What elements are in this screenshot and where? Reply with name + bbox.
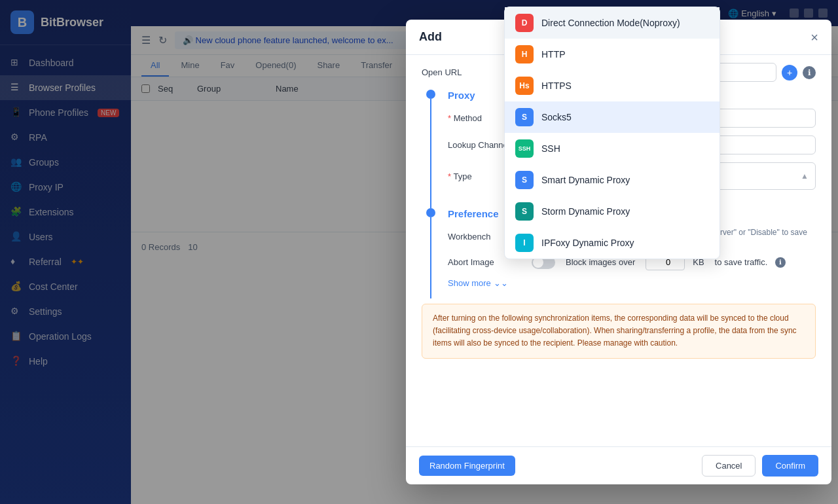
proxy-type-arrow: ▲ bbox=[801, 171, 809, 181]
random-fingerprint-button[interactable]: Random Fingerprint bbox=[419, 456, 515, 476]
https-label: HTTPS bbox=[541, 81, 572, 91]
ipfoxy-label: IPFoxy Dynamic Proxy bbox=[541, 238, 634, 248]
proxy-type-dropdown: D Direct Connection Mode(Noproxy) H HTTP… bbox=[504, 7, 720, 259]
abort-info-icon: ℹ bbox=[775, 257, 786, 268]
smart-dynamic-icon: S bbox=[515, 171, 534, 189]
proxy-step-line bbox=[430, 99, 431, 208]
confirm-button[interactable]: Confirm bbox=[762, 455, 818, 477]
cancel-button[interactable]: Cancel bbox=[702, 455, 756, 477]
ssh-icon: SSH bbox=[515, 139, 534, 158]
http-label: HTTP bbox=[541, 49, 566, 60]
sync-notice: After turning on the following synchroni… bbox=[422, 304, 816, 359]
show-more-label: Show more bbox=[448, 278, 491, 288]
open-url-label: Open URL bbox=[422, 67, 500, 77]
dropdown-item-ipfoxy[interactable]: I IPFoxy Dynamic Proxy bbox=[505, 227, 720, 259]
dialog-close-button[interactable]: × bbox=[811, 31, 818, 44]
dropdown-item-noproxy[interactable]: D Direct Connection Mode(Noproxy) bbox=[505, 7, 720, 39]
socks5-label: Socks5 bbox=[541, 112, 572, 122]
open-url-add-button[interactable]: + bbox=[782, 65, 797, 81]
http-icon: H bbox=[515, 45, 534, 63]
ssh-label: SSH bbox=[541, 143, 560, 154]
https-icon: Hs bbox=[515, 77, 534, 95]
pref-step-line bbox=[430, 217, 431, 298]
dropdown-item-https[interactable]: Hs HTTPS bbox=[505, 70, 720, 101]
proxy-step-dot bbox=[426, 90, 435, 99]
sync-notice-text: After turning on the following synchroni… bbox=[433, 314, 797, 348]
footer-right-buttons: Cancel Confirm bbox=[702, 455, 818, 477]
dropdown-item-storm-dynamic[interactable]: S Storm Dynamic Proxy bbox=[505, 196, 720, 227]
open-url-info-icon: ℹ bbox=[803, 66, 816, 79]
show-more-button[interactable]: Show more ⌄⌄ bbox=[448, 278, 816, 288]
noproxy-icon: D bbox=[515, 14, 534, 32]
dropdown-item-socks5[interactable]: S Socks5 bbox=[505, 101, 720, 133]
dialog-footer: Random Fingerprint Cancel Confirm bbox=[406, 446, 831, 484]
dropdown-item-ssh[interactable]: SSH SSH bbox=[505, 133, 720, 164]
storm-dynamic-label: Storm Dynamic Proxy bbox=[541, 206, 630, 217]
dropdown-item-smart-dynamic[interactable]: S Smart Dynamic Proxy bbox=[505, 164, 720, 196]
smart-dynamic-label: Smart Dynamic Proxy bbox=[541, 175, 630, 185]
step-col-proxy bbox=[422, 90, 440, 208]
noproxy-label: Direct Connection Mode(Noproxy) bbox=[541, 18, 680, 28]
socks5-icon: S bbox=[515, 108, 534, 126]
storm-dynamic-icon: S bbox=[515, 202, 534, 221]
dropdown-item-http[interactable]: H HTTP bbox=[505, 39, 720, 70]
save-traffic-label: to save traffic. bbox=[715, 257, 768, 267]
pref-step-dot bbox=[426, 208, 435, 217]
step-col-pref bbox=[422, 208, 440, 298]
ipfoxy-icon: I bbox=[515, 234, 534, 252]
show-more-chevron-icon: ⌄⌄ bbox=[494, 278, 508, 288]
dialog-title: Add bbox=[419, 30, 442, 44]
